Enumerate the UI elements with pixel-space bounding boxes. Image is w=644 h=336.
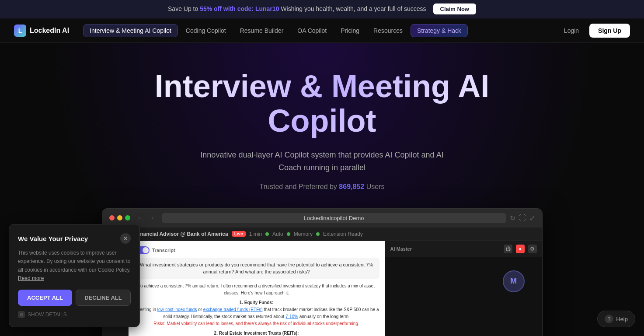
cookie-close-button[interactable]: ✕	[120, 233, 131, 244]
demo-header-bar: Financial Advisor @ Bank of America Live…	[129, 228, 542, 241]
browser-dot-green	[125, 215, 130, 220]
cookie-details-label: SHOW DETAILS	[28, 312, 67, 318]
browser-dot-red	[109, 215, 115, 220]
navbar: L LockedIn AI Interview & Meeting AI Cop…	[0, 18, 644, 43]
transcript-panel: Transcript What investment strategies or…	[129, 241, 385, 336]
demo-live-badge: Live	[232, 231, 246, 237]
browser-back-icon[interactable]: ←	[137, 214, 144, 222]
trust-suffix: Users	[366, 183, 385, 190]
cookie-read-more-link[interactable]: Read more	[18, 275, 44, 281]
cookie-details[interactable]: ⚙ SHOW DETAILS	[18, 311, 131, 318]
banner-discount: 55% off with code: Lunar10	[200, 5, 279, 12]
browser-window: ← → Lockedinaicopilot Demo ↻ ⛶ ⤢ ◉ Y FRE…	[102, 208, 543, 336]
help-label: Help	[616, 316, 628, 322]
answer-section-2: 2. Real Estate Investment Trusts (REITs)…	[134, 330, 379, 336]
nav-item-strategy[interactable]: Strategy & Hack	[411, 24, 468, 37]
nav-item-resume[interactable]: Resume Builder	[234, 24, 290, 37]
nav-links: Interview & Meeting AI Copilot Coding Co…	[83, 24, 555, 37]
transcript-label: Transcript	[134, 246, 379, 254]
ai-settings-icon[interactable]: ⚙	[528, 245, 537, 253]
ai-power-icon[interactable]: ⏻	[504, 245, 512, 253]
demo-main: Financial Advisor @ Bank of America Live…	[129, 228, 542, 336]
cookie-header: We Value Your Privacy ✕	[18, 233, 131, 244]
ai-master-panel: AI Master ⏻ ● ⚙ M The AI Master	[385, 241, 542, 336]
logo[interactable]: L LockedIn AI	[14, 24, 69, 37]
demo-body: Transcript What investment strategies or…	[129, 241, 542, 336]
banner-text-after: Wishing you health, wealth, and a year f…	[281, 5, 426, 12]
logo-icon: L	[14, 24, 26, 37]
signup-button[interactable]: Sign Up	[589, 24, 630, 38]
hero-subtitle: Innovative dual-layer AI Copilot system …	[191, 149, 453, 174]
browser-fullscreen-icon[interactable]: ⛶	[519, 214, 526, 222]
nav-item-interview[interactable]: Interview & Meeting AI Copilot	[83, 24, 178, 37]
answer-intro: To achieve a consistent 7% annual return…	[134, 283, 379, 297]
demo-container: ← → Lockedinaicopilot Demo ↻ ⛶ ⤢ ◉ Y FRE…	[95, 208, 550, 336]
browser-actions: ↻ ⛶ ⤢	[510, 214, 535, 222]
logo-text: LockedIn AI	[30, 27, 69, 35]
hero-trust: Trusted and Preferred by 869,852 Users	[14, 183, 630, 191]
transcript-answer: To achieve a consistent 7% annual return…	[134, 283, 379, 336]
help-button[interactable]: ? Help	[597, 311, 635, 327]
demo-content: ◉ Y FREE 💬 3 0 📷 Financial Advisor @ Ban…	[102, 228, 542, 336]
demo-job-title: Financial Advisor @ Bank of America	[136, 231, 228, 237]
login-button[interactable]: Login	[559, 24, 584, 37]
browser-expand-icon[interactable]: ⤢	[529, 214, 535, 222]
demo-time: 1 min	[249, 231, 262, 237]
top-banner: Save Up to 55% off with code: Lunar10 Wi…	[0, 0, 644, 18]
browser-reload-icon[interactable]: ↻	[510, 214, 515, 222]
browser-bar: ← → Lockedinaicopilot Demo ↻ ⛶ ⤢	[102, 209, 542, 228]
browser-dots	[109, 215, 130, 220]
browser-url-bar[interactable]: Lockedinaicopilot Demo	[162, 213, 506, 223]
demo-memory-label: Memory	[294, 231, 313, 237]
demo-memory-dot	[287, 232, 290, 236]
ai-master-label: AI Master	[390, 246, 412, 252]
ai-avatar: M	[503, 270, 525, 292]
demo-extension-dot	[316, 232, 320, 236]
hero-title: Interview & Meeting AI Copilot	[125, 69, 519, 138]
help-circle-icon: ?	[605, 315, 613, 323]
cookie-accept-button[interactable]: ACCEPT ALL	[18, 290, 72, 306]
nav-item-pricing[interactable]: Pricing	[334, 24, 366, 37]
browser-forward-icon[interactable]: →	[148, 214, 155, 222]
browser-dot-yellow	[117, 215, 122, 220]
cookie-decline-button[interactable]: DECLINE ALL	[76, 290, 131, 306]
cookie-buttons: ACCEPT ALL DECLINE ALL	[18, 290, 131, 306]
answer-section-1: 1. Equity Funds: Investing in low-cost i…	[134, 299, 379, 327]
demo-auto-dot	[265, 232, 269, 236]
ai-record-btn[interactable]: ●	[516, 245, 525, 253]
ai-master-body: M The AI Master responds to the Particip…	[385, 257, 542, 336]
trust-prefix: Trusted and Preferred by	[260, 183, 337, 190]
cookie-details-gear-icon: ⚙	[18, 311, 25, 318]
demo-extension-label: Extension Ready	[323, 231, 363, 237]
ai-master-header: AI Master ⏻ ● ⚙	[385, 241, 542, 257]
nav-item-resources[interactable]: Resources	[367, 24, 409, 37]
cookie-banner: We Value Your Privacy ✕ This website use…	[9, 224, 140, 327]
cookie-body: This website uses cookies to improve use…	[18, 249, 131, 283]
nav-item-oa[interactable]: OA Copilot	[291, 24, 333, 37]
demo-auto-label: Auto	[272, 231, 283, 237]
nav-right: Login Sign Up	[559, 24, 630, 38]
claim-now-button[interactable]: Claim Now	[433, 4, 476, 14]
nav-item-coding[interactable]: Coding Copilot	[180, 24, 232, 37]
transcript-question: What investment strategies or products d…	[134, 258, 379, 279]
user-count: 869,852	[339, 183, 364, 190]
cookie-title: We Value Your Privacy	[18, 235, 88, 242]
banner-text-before: Save Up to	[168, 5, 198, 12]
ai-master-controls: ⏻ ● ⚙	[504, 245, 537, 253]
browser-nav: ← →	[137, 214, 155, 222]
